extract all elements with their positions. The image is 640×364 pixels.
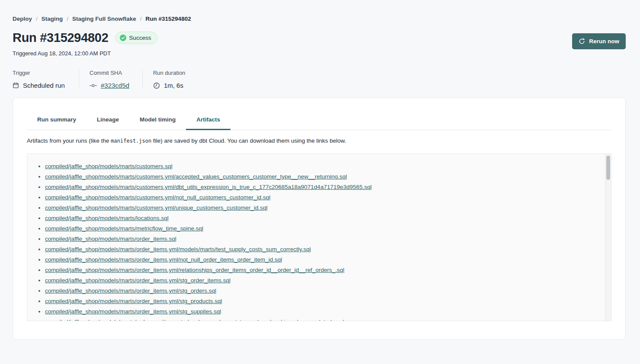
meta-commit: Commit SHA #323cd5d — [79, 70, 142, 89]
artifact-list-item: compiled/jaffle_shop/models/marts/locati… — [45, 213, 598, 224]
tab-bar: Run summary Lineage Model timing Artifac… — [27, 116, 611, 130]
artifact-link[interactable]: compiled/jaffle_shop/models/marts/metric… — [45, 225, 203, 232]
manifest-json-code: manifest.json — [111, 138, 151, 144]
breadcrumb-separator: / — [140, 16, 142, 22]
status-badge: Success — [115, 32, 157, 44]
artifact-link[interactable]: compiled/jaffle_shop/models/marts/custom… — [45, 204, 267, 211]
page-header: Run #315294802 Success Triggered Aug 18,… — [13, 31, 626, 57]
trigger-label: Trigger — [13, 70, 66, 76]
trigger-value: Scheduled run — [23, 82, 65, 89]
artifact-list-scrollbar[interactable] — [605, 154, 611, 321]
artifact-link[interactable]: compiled/jaffle_shop/models/marts/order_… — [45, 287, 216, 294]
artifact-list-item: compiled/jaffle_shop/models/marts/order_… — [45, 275, 598, 286]
artifact-list-item: compiled/jaffle_shop/models/marts/custom… — [45, 192, 598, 203]
commit-icon — [90, 83, 97, 88]
refresh-icon — [579, 38, 585, 45]
artifact-list-item: compiled/jaffle_shop/models/marts/order_… — [45, 307, 598, 317]
artifact-link[interactable]: compiled/jaffle_shop/models/marts/custom… — [45, 163, 173, 169]
breadcrumb: Deploy / Staging / Staging Full Snowflak… — [13, 16, 626, 22]
artifact-link[interactable]: compiled/jaffle_shop/models/marts/order_… — [45, 267, 344, 273]
artifact-list-container: compiled/jaffle_shop/models/marts/custom… — [27, 153, 611, 321]
scrollbar-thumb[interactable] — [606, 156, 610, 180]
breadcrumb-separator: / — [67, 16, 68, 22]
artifact-list-item: compiled/jaffle_shop/models/marts/order_… — [45, 265, 598, 275]
run-detail-page: Deploy / Staging / Staging Full Snowflak… — [0, 0, 640, 340]
artifact-list: compiled/jaffle_shop/models/marts/custom… — [27, 154, 611, 321]
success-check-icon — [120, 35, 126, 41]
artifact-link[interactable]: compiled/jaffle_shop/models/marts/locati… — [45, 215, 169, 221]
clock-icon — [153, 82, 160, 89]
artifact-list-item: compiled/jaffle_shop/models/marts/order_… — [45, 286, 598, 296]
artifact-link[interactable]: compiled/jaffle_shop/models/marts/order_… — [45, 298, 222, 304]
breadcrumb-item-deploy[interactable]: Deploy — [13, 16, 32, 22]
triggered-timestamp: Triggered Aug 18, 2024, 12:00 AM PDT — [13, 50, 157, 57]
run-duration-label: Run duration — [153, 70, 185, 76]
tab-artifacts[interactable]: Artifacts — [186, 116, 230, 130]
artifact-link[interactable]: compiled/jaffle_shop/models/marts/order_… — [45, 246, 311, 252]
artifact-list-item: compiled/jaffle_shop/models/marts/custom… — [45, 172, 598, 182]
artifact-list-item: compiled/jaffle_shop/models/marts/metric… — [45, 224, 598, 234]
breadcrumb-separator: / — [36, 16, 38, 22]
commit-sha-link[interactable]: #323cd5d — [101, 82, 129, 89]
breadcrumb-item-current-run: Run #315294802 — [146, 16, 191, 22]
run-meta: Trigger Scheduled run Commit SHA #323cd5… — [13, 70, 626, 89]
tab-run-summary[interactable]: Run summary — [27, 116, 86, 130]
artifact-list-item: compiled/jaffle_shop/models/marts/custom… — [45, 161, 598, 172]
breadcrumb-item-staging[interactable]: Staging — [42, 16, 63, 22]
artifact-link[interactable]: compiled/jaffle_shop/models/marts/custom… — [45, 173, 347, 180]
rerun-now-label: Rerun now — [589, 38, 619, 45]
tab-model-timing[interactable]: Model timing — [129, 116, 186, 130]
artifact-list-item: compiled/jaffle_shop/models/marts/order_… — [45, 244, 598, 255]
calendar-icon — [13, 82, 19, 89]
artifact-link[interactable]: compiled/jaffle_shop/models/marts/custom… — [45, 194, 270, 201]
artifact-link[interactable]: compiled/jaffle_shop/models/marts/order_… — [45, 277, 230, 284]
run-duration-value: 1m, 6s — [164, 82, 183, 89]
commit-sha-label: Commit SHA — [90, 70, 129, 76]
page-title: Run #315294802 — [13, 31, 109, 45]
meta-trigger: Trigger Scheduled run — [13, 70, 79, 89]
artifact-list-item: compiled/jaffle_shop/models/marts/orders… — [45, 317, 598, 321]
run-detail-card: Run summary Lineage Model timing Artifac… — [13, 98, 626, 340]
artifact-link[interactable]: compiled/jaffle_shop/models/marts/order_… — [45, 236, 176, 242]
status-badge-label: Success — [129, 35, 151, 41]
artifact-link[interactable]: compiled/jaffle_shop/models/marts/order_… — [45, 308, 221, 315]
artifact-link[interactable]: compiled/jaffle_shop/models/marts/custom… — [45, 184, 372, 190]
breadcrumb-item-environment[interactable]: Staging Full Snowflake — [72, 16, 136, 22]
rerun-now-button[interactable]: Rerun now — [572, 33, 626, 49]
meta-duration: Run duration 1m, 6s — [142, 70, 198, 89]
artifact-list-item: compiled/jaffle_shop/models/marts/order_… — [45, 234, 598, 244]
tab-lineage[interactable]: Lineage — [86, 116, 129, 130]
artifact-list-item: compiled/jaffle_shop/models/marts/custom… — [45, 203, 598, 213]
artifacts-description: Artifacts from your runs (like the manif… — [27, 137, 611, 144]
artifact-list-item: compiled/jaffle_shop/models/marts/custom… — [45, 182, 598, 192]
artifact-link[interactable]: compiled/jaffle_shop/models/marts/orders… — [45, 319, 344, 321]
artifact-link[interactable]: compiled/jaffle_shop/models/marts/order_… — [45, 256, 282, 263]
artifact-list-item: compiled/jaffle_shop/models/marts/order_… — [45, 255, 598, 265]
artifact-list-item: compiled/jaffle_shop/models/marts/order_… — [45, 296, 598, 307]
